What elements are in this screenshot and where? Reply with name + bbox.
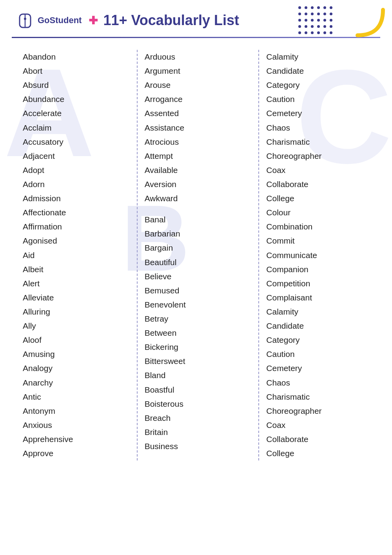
list-item: Caution	[263, 347, 376, 361]
list-item: Candidate	[263, 64, 376, 78]
list-item: Bemused	[142, 284, 255, 298]
list-item: Bland	[142, 368, 255, 382]
list-item: Assistance	[142, 121, 255, 135]
list-item: Aversion	[142, 177, 255, 191]
list-item: Absurd	[20, 78, 133, 92]
list-item: Boisterous	[142, 397, 255, 411]
list-item: Barbarian	[142, 227, 255, 241]
list-item: College	[263, 191, 376, 206]
yellow-arc-decoration	[350, 2, 385, 37]
column-2-word-list: Arduous Argument Arouse Arrogance Assent…	[142, 50, 255, 453]
list-item: Abort	[20, 64, 133, 78]
list-item: Coax	[263, 163, 376, 177]
list-item: Abundance	[20, 92, 133, 106]
list-item: Cemetery	[263, 106, 376, 120]
plus-icon: ✚	[89, 14, 98, 27]
list-item: Adopt	[20, 163, 133, 177]
list-item: Bittersweet	[142, 354, 255, 368]
list-item: Awkward	[142, 191, 255, 206]
list-item: Assented	[142, 106, 255, 120]
list-item: Available	[142, 163, 255, 177]
list-item: Benevolent	[142, 298, 255, 312]
list-item: Colour	[263, 206, 376, 220]
list-item: Britain	[142, 425, 255, 439]
column-3-word-list: Calamity Candidate Category Caution Ceme…	[263, 50, 376, 460]
list-item: Arduous	[142, 50, 255, 64]
list-item: Beautiful	[142, 255, 255, 269]
list-item: Collaborate	[263, 432, 376, 446]
list-item: Breach	[142, 411, 255, 425]
list-item: Arrogance	[142, 92, 255, 106]
column-3: Calamity Candidate Category Caution Ceme…	[259, 50, 380, 460]
list-item: Accusatory	[20, 135, 133, 149]
list-item: Choreographer	[263, 149, 376, 163]
list-item: Category	[263, 333, 376, 347]
list-item: Charismatic	[263, 135, 376, 149]
list-item: Category	[263, 78, 376, 92]
list-item: Communicate	[263, 248, 376, 262]
column-1-word-list: Abandon Abort Absurd Abundance Accelerat…	[20, 50, 133, 460]
list-item: Believe	[142, 269, 255, 284]
list-item: Apprehensive	[20, 432, 133, 446]
column-1: Abandon Abort Absurd Abundance Accelerat…	[16, 50, 138, 460]
list-item: Ally	[20, 319, 133, 333]
list-item: Argument	[142, 64, 255, 78]
list-item: Approve	[20, 446, 133, 460]
list-item: Alluring	[20, 305, 133, 319]
list-item: Acclaim	[20, 121, 133, 135]
list-item: Collaborate	[263, 177, 376, 191]
page-header: GoStudent ✚ 11+ Vocabularly List	[0, 0, 392, 37]
column-2: Arduous Argument Arouse Arrogance Assent…	[138, 50, 260, 460]
list-item: Adjacent	[20, 149, 133, 163]
list-item: Admission	[20, 191, 133, 206]
list-item: Competition	[263, 277, 376, 291]
list-item: Calamity	[263, 50, 376, 64]
list-item: Bickering	[142, 340, 255, 354]
list-item: Bargain	[142, 241, 255, 255]
list-item: Business	[142, 439, 255, 453]
list-item: Alert	[20, 277, 133, 291]
list-item: Agonised	[20, 234, 133, 248]
list-item: Affirmation	[20, 220, 133, 234]
list-item: Banal	[142, 213, 255, 227]
list-item: Calamity	[263, 305, 376, 319]
list-item: Boastful	[142, 383, 255, 397]
list-item: Anxious	[20, 418, 133, 432]
list-item: Accelerate	[20, 106, 133, 120]
svg-point-2	[24, 18, 26, 20]
list-item: Antonym	[20, 404, 133, 418]
list-item: Combination	[263, 220, 376, 234]
list-item: Abandon	[20, 50, 133, 64]
list-item: Albeit	[20, 262, 133, 277]
page-title: 11+ Vocabularly List	[103, 12, 376, 29]
list-item: Companion	[263, 262, 376, 277]
list-item: Analogy	[20, 361, 133, 375]
logo-icon	[16, 11, 34, 30]
list-item: Atrocious	[142, 135, 255, 149]
list-item: Arouse	[142, 78, 255, 92]
list-item: Chaos	[263, 121, 376, 135]
list-item: Caution	[263, 92, 376, 106]
list-item: Chaos	[263, 376, 376, 390]
list-item: Between	[142, 326, 255, 340]
list-item: Cemetery	[263, 361, 376, 375]
list-item: Aid	[20, 248, 133, 262]
list-item: Antic	[20, 390, 133, 404]
main-content: A B C Abandon Abort Absurd Abundance Acc…	[0, 38, 392, 472]
logo-text: GoStudent	[38, 15, 82, 25]
list-item: Alleviate	[20, 291, 133, 305]
list-item: Commit	[263, 234, 376, 248]
list-item: Adorn	[20, 177, 133, 191]
logo-area: GoStudent	[16, 11, 82, 30]
list-item: Charismatic	[263, 390, 376, 404]
list-item: College	[263, 446, 376, 460]
dot-grid-decoration	[298, 5, 333, 37]
list-item: Candidate	[263, 319, 376, 333]
list-item: Attempt	[142, 149, 255, 163]
list-item: Amusing	[20, 347, 133, 361]
list-item: Affectionate	[20, 206, 133, 220]
list-item: Betray	[142, 312, 255, 326]
list-item: Anarchy	[20, 376, 133, 390]
list-item: Coax	[263, 418, 376, 432]
list-item: Aloof	[20, 333, 133, 347]
